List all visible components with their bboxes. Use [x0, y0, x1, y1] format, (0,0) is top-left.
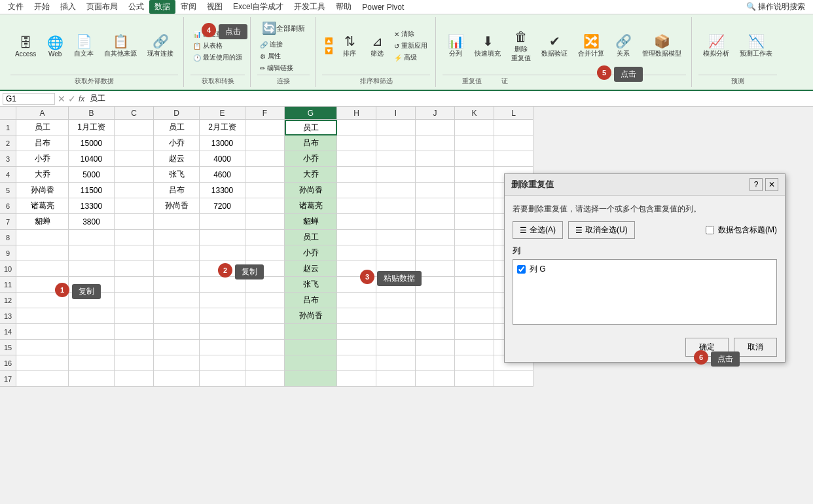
cell-k3[interactable] — [455, 151, 494, 167]
ribbon-btn-properties[interactable]: ⚙ 属性 — [257, 51, 283, 62]
cell-g4[interactable]: 大乔 — [285, 167, 337, 183]
cell-f7[interactable] — [245, 214, 285, 230]
cell-j3[interactable] — [416, 151, 455, 167]
cell-f8[interactable] — [245, 230, 285, 245]
col-header-b[interactable]: B — [69, 107, 115, 120]
menu-powerpivot[interactable]: Power Pivot — [357, 1, 409, 13]
cell-f2[interactable] — [245, 135, 285, 151]
cell-c4[interactable] — [115, 167, 154, 183]
cell-f12[interactable] — [245, 293, 285, 308]
dialog-help-btn[interactable]: ? — [750, 178, 763, 191]
cell-c1[interactable] — [115, 120, 154, 135]
cell-a8[interactable] — [16, 230, 69, 245]
cell-h6[interactable] — [337, 198, 376, 214]
cell-c12[interactable] — [115, 293, 154, 308]
ribbon-btn-merge[interactable]: 🔀 合并计算 — [573, 31, 609, 61]
cell-a11[interactable] — [16, 277, 69, 293]
col-header-a[interactable]: A — [16, 107, 69, 120]
cell-i13[interactable] — [376, 308, 416, 324]
cell-c10[interactable] — [115, 261, 154, 277]
cell-k8[interactable] — [455, 230, 494, 245]
cell-b5[interactable]: 11500 — [69, 183, 115, 198]
dialog-select-all-btn[interactable]: ☰ 全选(A) — [513, 221, 563, 239]
menu-search[interactable]: 🔍 操作说明搜索 — [741, 0, 810, 14]
ribbon-btn-editlinks[interactable]: ✏ 编辑链接 — [257, 63, 296, 73]
cell-g13[interactable]: 孙尚香 — [285, 308, 337, 324]
menu-excel-learn[interactable]: Excel自学成才 — [228, 0, 289, 14]
cell-b13[interactable] — [69, 308, 115, 324]
cell-h12[interactable] — [337, 293, 376, 308]
cell-e3[interactable]: 4000 — [200, 151, 245, 167]
cell-b10[interactable] — [69, 261, 115, 277]
cell-h9[interactable] — [337, 245, 376, 261]
cell-d11[interactable] — [154, 277, 200, 293]
row-header-11[interactable]: 11 — [0, 277, 16, 293]
cell-j1[interactable] — [416, 120, 455, 135]
cell-k10[interactable] — [455, 261, 494, 277]
dialog-ok-btn[interactable]: 确定 — [685, 338, 729, 357]
cell-e13[interactable] — [200, 308, 245, 324]
ribbon-btn-reapply[interactable]: ↺ 重新应用 — [391, 41, 430, 51]
ribbon-btn-remove-dup[interactable]: 🗑 删除 重复值 — [507, 26, 535, 65]
ribbon-btn-datamodel[interactable]: 📦 管理数据模型 — [638, 31, 686, 61]
cell-b11[interactable] — [69, 277, 115, 293]
cell-f13[interactable] — [245, 308, 285, 324]
cell-l2[interactable] — [494, 135, 533, 151]
ribbon-btn-sortdesc[interactable]: 🔽 — [322, 46, 335, 55]
cell-a3[interactable]: 小乔 — [16, 151, 69, 167]
ribbon-btn-sortasc[interactable]: 🔼 — [322, 37, 335, 45]
cell-h2[interactable] — [337, 135, 376, 151]
row-header-13[interactable]: 13 — [0, 308, 16, 324]
cell-e9[interactable] — [200, 245, 245, 261]
cell-d10[interactable] — [154, 261, 200, 277]
cell-b1[interactable]: 1月工资 — [69, 120, 115, 135]
row-header-5[interactable]: 5 — [0, 183, 16, 198]
cell-j8[interactable] — [416, 230, 455, 245]
cell-d6[interactable]: 孙尚香 — [154, 198, 200, 214]
menu-home[interactable]: 开始 — [29, 0, 55, 14]
cell-g1[interactable]: 员工 — [285, 120, 337, 135]
cell-k4[interactable] — [455, 167, 494, 183]
cell-c11[interactable] — [115, 277, 154, 293]
cell-f6[interactable] — [245, 198, 285, 214]
formula-input[interactable] — [87, 94, 810, 104]
cell-h10[interactable] — [337, 261, 376, 277]
ribbon-btn-selftext[interactable]: 📄 自文本 — [69, 31, 98, 61]
cell-f10[interactable] — [245, 261, 285, 277]
cell-g6[interactable]: 诸葛亮 — [285, 198, 337, 214]
cell-l1[interactable] — [494, 120, 533, 135]
ribbon-btn-sort[interactable]: ⇅ 排序 — [336, 31, 363, 61]
cell-j12[interactable] — [416, 293, 455, 308]
row-header-8[interactable]: 8 — [0, 230, 16, 245]
cell-k7[interactable] — [455, 214, 494, 230]
cell-b3[interactable]: 10400 — [69, 151, 115, 167]
cell-j2[interactable] — [416, 135, 455, 151]
row-header-10[interactable]: 10 — [0, 261, 16, 277]
cell-i1[interactable] — [376, 120, 416, 135]
cell-j5[interactable] — [416, 183, 455, 198]
col-header-d[interactable]: D — [154, 107, 200, 120]
cell-e7[interactable] — [200, 214, 245, 230]
ribbon-btn-forecast[interactable]: 📉 预测工作表 — [735, 31, 777, 61]
menu-layout[interactable]: 页面布局 — [81, 0, 123, 14]
row-header-15[interactable]: 15 — [0, 340, 16, 355]
cell-k1[interactable] — [455, 120, 494, 135]
cell-a9[interactable] — [16, 245, 69, 261]
cell-k6[interactable] — [455, 198, 494, 214]
cell-d5[interactable]: 吕布 — [154, 183, 200, 198]
cell-d3[interactable]: 赵云 — [154, 151, 200, 167]
cell-j13[interactable] — [416, 308, 455, 324]
cell-k2[interactable] — [455, 135, 494, 151]
ribbon-btn-other[interactable]: 📋 自其他来源 — [99, 31, 141, 61]
cell-e4[interactable]: 4600 — [200, 167, 245, 183]
cell-f3[interactable] — [245, 151, 285, 167]
col-header-h[interactable]: H — [337, 107, 376, 120]
cell-k5[interactable] — [455, 183, 494, 198]
cell-h11[interactable] — [337, 277, 376, 293]
row-header-9[interactable]: 9 — [0, 245, 16, 261]
cell-d13[interactable] — [154, 308, 200, 324]
cell-f11[interactable] — [245, 277, 285, 293]
cell-d4[interactable]: 张飞 — [154, 167, 200, 183]
menu-formula[interactable]: 公式 — [123, 0, 149, 14]
ribbon-btn-recent[interactable]: 🕐 最近使用的源 — [190, 52, 245, 63]
